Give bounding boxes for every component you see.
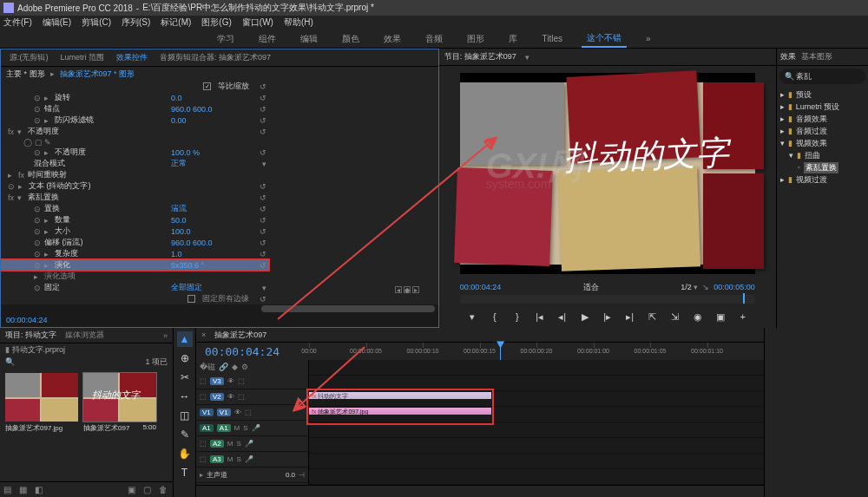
ws-learn[interactable]: 学习 [212, 31, 240, 47]
fx-search[interactable]: 🔍 紊乱 [779, 69, 865, 84]
icon-view-icon[interactable]: ▦ [19, 485, 30, 495]
link-icon[interactable]: 🔗 [219, 363, 228, 371]
title-path: E:\百度经验\PR中怎么制作抖动的文字效果\抖动文字.prproj * [142, 2, 374, 14]
ws-audio[interactable]: 音频 [420, 31, 448, 47]
goto-in-icon[interactable]: |◂ [533, 310, 547, 324]
pen-tool[interactable]: ✎ [177, 427, 193, 442]
ec-keyframe-area[interactable]: ◂◆▸ [270, 81, 438, 304]
reset-icon[interactable]: ↺ [253, 128, 270, 136]
media-browser-tab[interactable]: 媒体浏览器 [65, 330, 104, 341]
reset-icon[interactable]: ↺ [253, 94, 270, 102]
marker-icon[interactable]: ◆ [232, 363, 238, 371]
ripple-tool[interactable]: ✂ [177, 369, 193, 385]
snap-icon[interactable]: �磁 [200, 362, 215, 373]
play-icon[interactable]: ▶ [578, 310, 592, 324]
tl-seq-name[interactable]: 抽象派艺术097 [214, 330, 266, 341]
search-icon[interactable]: 🔍 [5, 357, 15, 366]
prog-zoom[interactable]: 1/2 [681, 283, 692, 291]
fx-tab-effects[interactable]: 效果 [780, 51, 796, 62]
ec-tab-controls[interactable]: 效果控件 [111, 50, 153, 65]
fx-tab-graphics[interactable]: 基本图形 [801, 51, 832, 62]
razor-tool[interactable]: ↔ [177, 389, 193, 404]
ws-active[interactable]: 这个不错 [582, 30, 627, 48]
reset-icon[interactable]: ↺ [253, 148, 270, 157]
reset-icon[interactable]: ↺ [253, 82, 270, 91]
ec-tab-mixer[interactable]: 音频剪辑混合器: 抽象派艺术097 [155, 50, 276, 65]
export-frame-icon[interactable]: ◉ [691, 310, 705, 324]
slip-tool[interactable]: ◫ [177, 408, 193, 423]
uniform-scale-check[interactable]: ✓ [203, 82, 211, 90]
menu-file[interactable]: 文件(F) [3, 16, 32, 29]
freeform-icon[interactable]: ◧ [35, 485, 45, 495]
add-marker-icon[interactable]: ▾ [465, 310, 479, 324]
extract-icon[interactable]: ⇲ [668, 310, 682, 324]
ws-titles[interactable]: Titles [536, 32, 568, 45]
selection-tool[interactable]: ▲ [177, 331, 193, 347]
ec-tab-lumetri[interactable]: Lumetri 范围 [56, 50, 110, 65]
menu-clip[interactable]: 剪辑(C) [82, 16, 111, 29]
step-fwd-icon[interactable]: |▸ [601, 310, 615, 324]
step-back-icon[interactable]: ◂| [556, 310, 569, 324]
ws-edit[interactable]: 编辑 [295, 31, 323, 47]
proj-tab[interactable]: 项目: 抖动文字 [5, 330, 56, 341]
ws-more[interactable]: » [641, 32, 656, 45]
type-tool[interactable]: T [177, 465, 193, 481]
prog-fit[interactable]: 适合 [583, 282, 599, 293]
settings-icon[interactable]: + [736, 310, 750, 324]
bin-item[interactable]: 抖动的文字 抽象派艺术0975:00 [83, 373, 156, 476]
ws-library[interactable]: 库 [503, 31, 523, 47]
bin-item[interactable]: 抽象派艺术097.jpg [5, 373, 78, 476]
reset-icon[interactable]: ↺ [253, 105, 270, 114]
ec-timecode[interactable]: 00:00:04:24 [6, 316, 48, 324]
menu-graphics[interactable]: 图形(G) [201, 16, 231, 29]
reset-icon[interactable]: ↺ [253, 193, 270, 202]
workspace-tabs: 学习 组件 编辑 颜色 效果 音频 图形 库 Titles 这个不错 » [0, 29, 868, 49]
evolution-row[interactable]: ⊙▸演化5x350.6 °↺ [1, 259, 270, 271]
ec-clip-link[interactable]: 抽象派艺术097 * 图形 [60, 69, 135, 80]
pin-edges-check[interactable] [187, 295, 195, 303]
ws-assembly[interactable]: 组件 [253, 31, 281, 47]
prog-scrubber[interactable] [460, 295, 755, 304]
ws-color[interactable]: 颜色 [337, 31, 365, 47]
reset-icon[interactable]: ↺ [253, 205, 270, 213]
menu-window[interactable]: 窗口(W) [242, 16, 273, 29]
folder-icon: ▮ [788, 127, 792, 135]
tl-ruler[interactable]: 00:0000:00:00:0500:00:00:1000:00:00:1500… [309, 343, 764, 360]
menu-sequence[interactable]: 序列(S) [122, 16, 150, 29]
ws-graphics[interactable]: 图形 [462, 31, 490, 47]
fx-item-turbulent[interactable]: ▫紊乱置换 [780, 161, 865, 173]
menu-marker[interactable]: 标记(M) [161, 16, 191, 29]
ws-effects[interactable]: 效果 [378, 31, 406, 47]
prog-tc-left[interactable]: 00:00:04:24 [460, 283, 502, 291]
reset-icon[interactable]: ↺ [253, 227, 270, 236]
new-bin-icon[interactable]: ▣ [128, 485, 138, 495]
ec-props: ✓等比缩放↺ ⊙▸旋转0.0↺ ⊙锚点960.0 600.0↺ ⊙▸防闪烁滤镜0… [1, 81, 270, 304]
reset-icon[interactable]: ↺ [253, 239, 270, 247]
settings-icon[interactable]: ⚙ [241, 363, 248, 371]
compare-icon[interactable]: ▣ [713, 310, 727, 324]
reset-icon[interactable]: ↺ [253, 250, 270, 258]
ec-tab-source[interactable]: 源:(无剪辑) [4, 50, 54, 65]
kf-nav[interactable]: ◂◆▸ [395, 285, 421, 294]
new-item-icon[interactable]: ▢ [143, 485, 154, 495]
goto-out-icon[interactable]: ▸| [623, 310, 637, 324]
menu-help[interactable]: 帮助(H) [284, 16, 313, 29]
mark-in-icon[interactable]: { [488, 310, 502, 324]
list-view-icon[interactable]: ▤ [3, 485, 14, 495]
track-select-tool[interactable]: ⊕ [177, 350, 193, 366]
reset-icon[interactable]: ↺ [253, 295, 270, 304]
tl-clips[interactable]: fx 抖动的文字 fx 抽象派艺术097.jpg [309, 360, 764, 485]
tl-timecode[interactable]: 00:00:04:24 [196, 345, 309, 358]
reset-icon[interactable]: ↺ [253, 116, 270, 125]
reset-icon[interactable]: ↺ [253, 261, 270, 270]
trash-icon[interactable]: 🗑 [159, 485, 169, 495]
reset-icon[interactable]: ↺ [253, 216, 270, 225]
program-view[interactable]: 抖动的文字 GX!网 system.com [460, 73, 755, 274]
lift-icon[interactable]: ⇱ [646, 310, 660, 324]
menu-edit[interactable]: 编辑(E) [43, 16, 71, 29]
hand-tool[interactable]: ✋ [177, 446, 193, 461]
ec-hscroll[interactable] [1, 304, 438, 313]
mark-out-icon[interactable]: } [510, 310, 524, 324]
prog-title[interactable]: 节目: 抽象派艺术097 [444, 51, 516, 62]
reset-icon[interactable]: ↺ [253, 182, 270, 191]
